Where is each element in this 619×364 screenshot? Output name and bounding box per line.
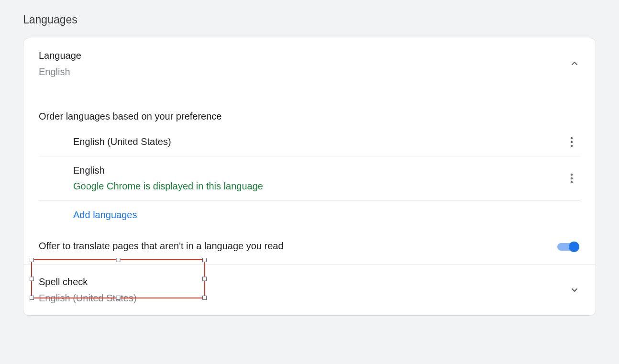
language-item-more-button[interactable]: [563, 168, 580, 188]
language-item: English Google Chrome is displayed in th…: [39, 156, 580, 201]
language-name: English: [73, 165, 580, 176]
language-display-note: Google Chrome is displayed in this langu…: [73, 181, 580, 192]
svg-point-0: [571, 137, 573, 139]
spellcheck-section-header[interactable]: Spell check English (United States): [23, 265, 596, 315]
offer-translate-label: Offer to translate pages that aren't in …: [39, 241, 284, 251]
language-section-current: English: [39, 65, 580, 78]
language-item-more-button[interactable]: [563, 132, 580, 152]
offer-translate-toggle[interactable]: [555, 241, 580, 253]
language-section-title: Language: [39, 49, 580, 62]
svg-point-4: [571, 177, 573, 180]
language-item: English (United States): [39, 128, 580, 156]
page-title: Languages: [23, 0, 596, 38]
svg-point-2: [571, 144, 573, 147]
add-languages-row: Add languages: [39, 201, 580, 229]
spellcheck-section-current: English (United States): [39, 291, 580, 305]
chevron-up-icon: [569, 58, 580, 69]
chevron-down-icon: [569, 284, 580, 296]
language-name: English (United States): [73, 136, 580, 147]
spellcheck-section-title: Spell check: [39, 275, 580, 288]
svg-point-5: [571, 181, 573, 184]
svg-point-1: [571, 141, 573, 143]
offer-translate-row: Offer to translate pages that aren't in …: [23, 229, 596, 265]
language-list: English (United States) English Google C…: [23, 128, 596, 229]
language-section-header[interactable]: Language English: [23, 38, 596, 89]
languages-card: Language English Order languages based o…: [23, 38, 596, 316]
svg-point-3: [571, 174, 573, 176]
add-languages-button[interactable]: Add languages: [73, 210, 137, 220]
order-description: Order languages based on your preference: [23, 89, 596, 128]
